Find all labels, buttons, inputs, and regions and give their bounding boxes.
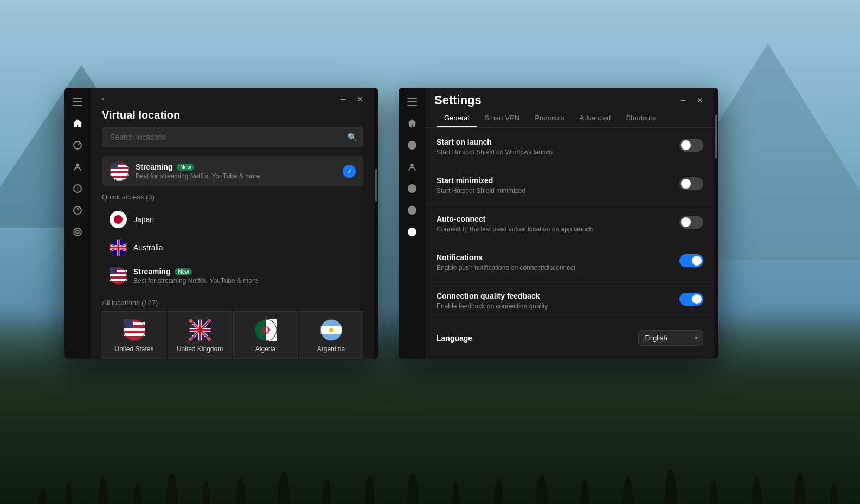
svg-point-9: [76, 230, 79, 234]
svg-text:?: ?: [410, 208, 414, 214]
setting-desc-auto-connect: Connect to the last used virtual locatio…: [437, 225, 679, 233]
scrollbar-thumb-right[interactable]: [715, 115, 717, 158]
sidebar-icon-home[interactable]: [68, 114, 87, 133]
svg-point-24: [114, 215, 123, 224]
minimize-button-right[interactable]: ─: [678, 95, 688, 105]
toggle-knob-start-minimized: [681, 179, 691, 189]
setting-info-auto-connect: Auto-connect Connect to the last used vi…: [437, 215, 679, 233]
search-input[interactable]: [102, 127, 363, 147]
tab-smart-vpn[interactable]: Smart VPN: [477, 109, 527, 127]
back-button[interactable]: ←: [100, 93, 110, 105]
svg-point-61: [408, 228, 416, 236]
setting-auto-connect: Auto-connect Connect to the last used vi…: [426, 205, 714, 243]
svg-point-55: [410, 164, 414, 167]
setting-name-start-minimized: Start minimized: [437, 176, 679, 185]
virtual-location-main: ← ─ ✕ Virtual location 🔍: [91, 88, 374, 359]
setting-desc-start-minimized: Start Hotspot Shield minimized: [437, 187, 679, 195]
sidebar-settings-settings[interactable]: [402, 222, 422, 242]
language-select-wrap: English Español Français Deutsch 中文 ▼: [638, 330, 703, 346]
list-item[interactable]: Algeria: [233, 311, 298, 359]
scrollbar-track-left[interactable]: [374, 88, 378, 359]
list-item[interactable]: Australia: [102, 234, 363, 262]
toggle-start-on-launch[interactable]: [679, 139, 703, 152]
settings-sidebar: i ?: [399, 88, 426, 359]
page-title-left: Virtual location: [102, 109, 180, 121]
close-button-right[interactable]: ✕: [695, 95, 705, 105]
selected-check-icon: ✓: [343, 165, 356, 178]
streaming-info-featured: Streaming New Best for streaming Netflix…: [136, 163, 343, 180]
us-flag: [124, 319, 145, 341]
svg-rect-29: [110, 274, 127, 276]
toggle-connection-quality[interactable]: [679, 293, 703, 306]
uk-name: United Kingdom: [177, 345, 223, 353]
sidebar-settings-home[interactable]: [402, 114, 422, 133]
tab-protocols[interactable]: Protocols: [527, 109, 572, 127]
australia-flag: [110, 239, 127, 256]
sidebar-settings-account[interactable]: [402, 157, 422, 177]
svg-rect-37: [124, 319, 133, 328]
setting-name-connection-quality: Connection quality feedback: [437, 292, 679, 300]
sidebar-icon-settings[interactable]: [68, 222, 87, 242]
tab-general[interactable]: General: [437, 109, 477, 127]
svg-text:?: ?: [76, 208, 80, 214]
settings-window: i ? Settings ─ ✕ General Smart VPN Proto…: [399, 88, 718, 359]
setting-connection-quality: Connection quality feedback Enable feedb…: [426, 282, 714, 320]
sidebar-icon-info[interactable]: i: [68, 179, 87, 198]
svg-rect-31: [110, 267, 117, 274]
left-sidebar: i ?: [64, 88, 91, 359]
scrollbar-thumb-left[interactable]: [375, 169, 377, 202]
toggle-knob-auto-connect: [681, 217, 691, 227]
list-item[interactable]: Streaming New Best for streaming Netflix…: [102, 262, 363, 290]
svg-rect-36: [124, 333, 145, 336]
svg-rect-2: [73, 105, 82, 106]
streaming-name-quick: Streaming New: [133, 267, 356, 276]
argentina-name: Argentina: [317, 345, 345, 353]
sidebar-icon-account[interactable]: [68, 157, 87, 177]
quick-access-label: Quick access (3): [102, 193, 363, 201]
streaming-flag-quick: [110, 267, 127, 285]
settings-main: Settings ─ ✕ General Smart VPN Protocols…: [426, 88, 714, 359]
setting-info-start-minimized: Start minimized Start Hotspot Shield min…: [437, 176, 679, 195]
minimize-button-left[interactable]: ─: [338, 94, 348, 104]
setting-info-connection-quality: Connection quality feedback Enable feedb…: [437, 292, 679, 310]
svg-point-49: [329, 328, 333, 332]
toggle-start-minimized[interactable]: [679, 177, 703, 190]
language-select[interactable]: English Español Français Deutsch 中文: [638, 330, 703, 346]
setting-start-minimized: Start minimized Start Hotspot Shield min…: [426, 166, 714, 205]
svg-rect-53: [407, 105, 417, 106]
setting-language: Language English Español Français Deutsc…: [426, 320, 714, 356]
sidebar-settings-help[interactable]: ?: [402, 201, 422, 220]
sidebar-settings-speed[interactable]: [402, 135, 422, 155]
scrollbar-track-right[interactable]: [714, 88, 718, 359]
svg-rect-0: [73, 98, 82, 99]
tab-advanced[interactable]: Advanced: [572, 109, 618, 127]
sidebar-icon-menu[interactable]: [68, 92, 87, 112]
toggle-notifications[interactable]: [679, 254, 703, 267]
tab-shortcuts[interactable]: Shortcuts: [618, 109, 663, 127]
setting-name-start-launch: Start on launch: [437, 138, 679, 146]
setting-info-notifications: Notifications Enable push notifications …: [437, 253, 679, 272]
list-item[interactable]: United States: [102, 311, 166, 359]
svg-rect-1: [73, 101, 82, 102]
streaming-desc-featured: Best for streaming Netflix, YouTube & mo…: [136, 172, 343, 180]
algeria-name: Algeria: [255, 345, 275, 353]
list-item[interactable]: United Kingdom: [168, 311, 232, 359]
setting-info-start-launch: Start on launch Start Hotspot Shield on …: [437, 138, 679, 156]
settings-title: Settings: [434, 93, 482, 107]
location-list: Streaming New Best for streaming Netflix…: [91, 156, 374, 359]
list-item[interactable]: Argentina: [299, 311, 363, 359]
close-button-left[interactable]: ✕: [355, 94, 365, 104]
streaming-featured-item[interactable]: Streaming New Best for streaming Netflix…: [102, 156, 363, 186]
setting-desc-connection-quality: Enable feedback on connection quality: [437, 302, 679, 310]
toggle-knob-connection-quality: [692, 294, 702, 304]
svg-text:i: i: [77, 186, 79, 192]
list-item[interactable]: Japan: [102, 205, 363, 234]
sidebar-icon-speed[interactable]: [68, 135, 87, 155]
toggle-knob-notifications: [692, 256, 702, 266]
setting-desc-notifications: Enable push notifications on connect/dis…: [437, 264, 679, 272]
sidebar-settings-info[interactable]: i: [402, 179, 422, 198]
sidebar-icon-help[interactable]: ?: [68, 201, 87, 220]
sidebar-settings-menu[interactable]: [402, 92, 422, 112]
setting-info-language: Language: [437, 333, 638, 343]
toggle-auto-connect[interactable]: [679, 216, 703, 229]
